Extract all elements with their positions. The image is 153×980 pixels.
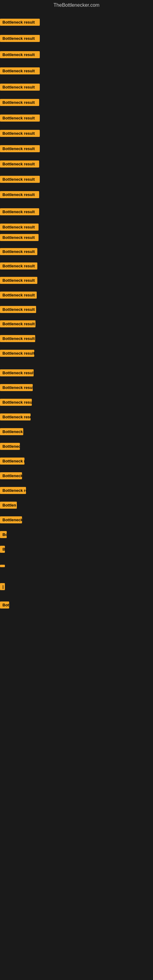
bottleneck-result-badge: Bottleneck result	[0, 277, 37, 284]
bottleneck-result-badge: Bottleneck result	[0, 262, 37, 269]
bottleneck-result-badge: Bottleneck result	[0, 191, 39, 198]
bottleneck-result-badge: Bottleneck result	[0, 399, 32, 406]
bottleneck-result-badge: Bottleneck result	[0, 99, 39, 106]
bottleneck-result-badge: Bottleneck result	[0, 67, 40, 75]
bottleneck-result-badge: Bottleneck result	[0, 84, 40, 91]
bottleneck-result-badge: Bottleneck result	[0, 19, 40, 26]
bottleneck-result-badge: Bottleneck	[0, 443, 20, 450]
bottleneck-result-badge: Bottleneck result	[0, 35, 40, 42]
bottleneck-result-badge: Bott	[0, 601, 9, 609]
bottleneck-result-badge: Bottlen	[0, 502, 17, 509]
bottleneck-result-badge: Bottleneck	[0, 516, 22, 523]
bottleneck-result-badge: Bottleneck result	[0, 130, 40, 137]
bottleneck-result-badge: |	[0, 583, 5, 590]
bottleneck-result-badge: Bottleneck result	[0, 234, 38, 241]
bottleneck-result-badge: Bottleneck	[0, 472, 22, 479]
bottleneck-result-badge: Bo	[0, 531, 7, 538]
bottleneck-result-badge	[0, 565, 5, 567]
bottleneck-result-badge: Bottleneck result	[0, 369, 33, 376]
bottleneck-result-badge: Bottleneck result	[0, 291, 37, 299]
bottleneck-result-badge: Bottleneck result	[0, 176, 40, 183]
bottleneck-result-badge: Bottleneck result	[0, 350, 34, 357]
bottleneck-result-badge: Bottleneck result	[0, 414, 30, 420]
bottleneck-result-badge: Bottleneck	[0, 428, 23, 435]
bottleneck-result-badge: Bottleneck result	[0, 335, 35, 342]
bottleneck-result-badge: Bottleneck result	[0, 51, 40, 58]
bottleneck-result-badge: Bottleneck result	[0, 208, 39, 215]
bottleneck-result-badge: Bottleneck result	[0, 145, 40, 152]
bottleneck-result-badge: Bottleneck result	[0, 115, 40, 122]
bottleneck-result-badge: Bottleneck result	[0, 248, 37, 255]
bottleneck-result-badge: Bottleneck r	[0, 458, 24, 465]
bottleneck-result-badge: Bottleneck result	[0, 224, 38, 231]
site-title: TheBottlenecker.com	[0, 0, 153, 10]
bottleneck-result-badge: Bottleneck result	[0, 306, 36, 313]
bottleneck-result-badge: Bottleneck result	[0, 384, 33, 391]
bottleneck-result-badge: Bottleneck re	[0, 487, 26, 494]
bottleneck-result-badge: Bottleneck result	[0, 161, 39, 167]
bottleneck-result-badge: B	[0, 546, 5, 553]
bottleneck-result-badge: Bottleneck result	[0, 320, 35, 328]
